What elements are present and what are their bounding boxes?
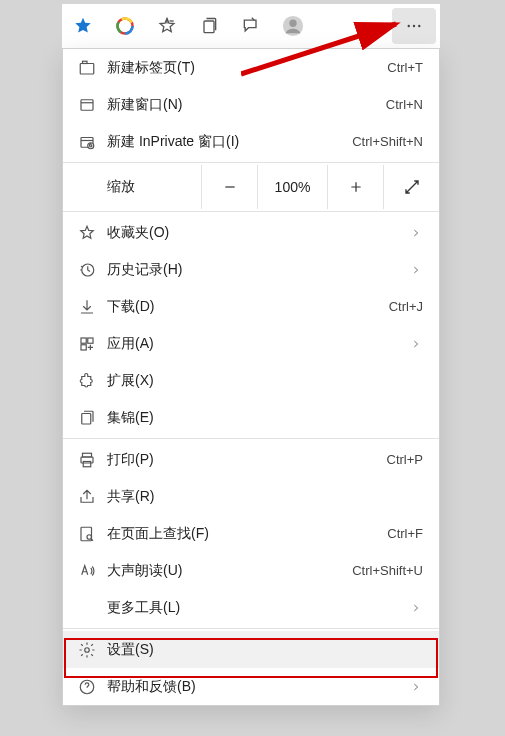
menu-read-aloud[interactable]: 大声朗读(U) Ctrl+Shift+U xyxy=(63,552,439,589)
new-window-icon xyxy=(73,96,101,114)
history-icon xyxy=(73,261,101,279)
menu-share[interactable]: 共享(R) xyxy=(63,478,439,515)
menu-collections-label: 集锦(E) xyxy=(101,409,423,427)
svg-point-8 xyxy=(413,25,415,27)
chevron-right-icon xyxy=(409,339,423,349)
menu-settings[interactable]: 设置(S) xyxy=(63,631,439,668)
app-menu: 新建标签页(T) Ctrl+T 新建窗口(N) Ctrl+N 新建 InPriv… xyxy=(62,48,440,706)
menu-print-hint: Ctrl+P xyxy=(387,452,423,467)
menu-extensions-label: 扩展(X) xyxy=(101,372,423,390)
menu-find-label: 在页面上查找(F) xyxy=(101,525,387,543)
menu-favorites-label: 收藏夹(O) xyxy=(101,224,409,242)
apps-icon xyxy=(73,335,101,353)
read-aloud-icon xyxy=(73,562,101,580)
favorites-icon[interactable] xyxy=(146,4,188,48)
menu-history-label: 历史记录(H) xyxy=(101,261,409,279)
menu-read-aloud-hint: Ctrl+Shift+U xyxy=(352,563,423,578)
svg-rect-18 xyxy=(81,344,86,349)
menu-find-hint: Ctrl+F xyxy=(387,526,423,541)
svg-point-25 xyxy=(85,647,90,652)
new-tab-icon xyxy=(73,59,101,77)
menu-downloads-hint: Ctrl+J xyxy=(389,299,423,314)
print-icon xyxy=(73,451,101,469)
menu-favorites[interactable]: 收藏夹(O) xyxy=(63,214,439,251)
download-icon xyxy=(73,298,101,316)
find-icon xyxy=(73,525,101,543)
svg-rect-12 xyxy=(81,99,93,110)
menu-extensions[interactable]: 扩展(X) xyxy=(63,362,439,399)
zoom-in-button[interactable] xyxy=(327,165,383,209)
svg-rect-11 xyxy=(83,61,88,63)
svg-point-9 xyxy=(418,25,420,27)
favorites-menu-icon xyxy=(73,224,101,242)
separator xyxy=(63,211,439,212)
svg-rect-10 xyxy=(80,63,94,74)
separator xyxy=(63,162,439,163)
help-icon xyxy=(73,678,101,696)
menu-history[interactable]: 历史记录(H) xyxy=(63,251,439,288)
menu-new-tab-label: 新建标签页(T) xyxy=(101,59,387,77)
menu-apps[interactable]: 应用(A) xyxy=(63,325,439,362)
zoom-value: 100% xyxy=(257,165,327,209)
settings-icon xyxy=(73,641,101,659)
menu-new-inprivate-hint: Ctrl+Shift+N xyxy=(352,134,423,149)
extensions-icon xyxy=(73,372,101,390)
more-icon xyxy=(405,17,423,35)
fullscreen-button[interactable] xyxy=(383,165,439,209)
svg-rect-16 xyxy=(81,338,86,343)
menu-collections[interactable]: 集锦(E) xyxy=(63,399,439,436)
feedback-icon[interactable] xyxy=(230,4,272,48)
svg-rect-22 xyxy=(83,461,91,466)
menu-help-label: 帮助和反馈(B) xyxy=(101,678,409,696)
svg-rect-19 xyxy=(82,413,91,424)
menu-downloads[interactable]: 下载(D) Ctrl+J xyxy=(63,288,439,325)
profile-icon[interactable] xyxy=(272,4,314,48)
share-icon xyxy=(73,488,101,506)
menu-new-inprivate-label: 新建 InPrivate 窗口(I) xyxy=(101,133,352,151)
zoom-row: 缩放 100% xyxy=(63,165,439,209)
separator xyxy=(63,438,439,439)
browser-toolbar xyxy=(62,4,440,48)
bookmark-star-icon[interactable] xyxy=(62,4,104,48)
svg-point-6 xyxy=(289,20,296,27)
svg-rect-17 xyxy=(88,338,93,343)
collections-icon[interactable] xyxy=(188,4,230,48)
menu-new-tab[interactable]: 新建标签页(T) Ctrl+T xyxy=(63,49,439,86)
collections-menu-icon xyxy=(73,409,101,427)
menu-new-window[interactable]: 新建窗口(N) Ctrl+N xyxy=(63,86,439,123)
more-button[interactable] xyxy=(392,8,436,44)
inprivate-icon xyxy=(73,133,101,151)
chevron-right-icon xyxy=(409,682,423,692)
zoom-label: 缩放 xyxy=(63,178,173,196)
menu-print[interactable]: 打印(P) Ctrl+P xyxy=(63,441,439,478)
menu-new-tab-hint: Ctrl+T xyxy=(387,60,423,75)
menu-help[interactable]: 帮助和反馈(B) xyxy=(63,668,439,705)
chevron-right-icon xyxy=(409,228,423,238)
menu-print-label: 打印(P) xyxy=(101,451,387,469)
color-circle-icon[interactable] xyxy=(104,4,146,48)
menu-downloads-label: 下载(D) xyxy=(101,298,389,316)
menu-more-tools-label: 更多工具(L) xyxy=(101,599,409,617)
zoom-out-button[interactable] xyxy=(201,165,257,209)
menu-new-window-label: 新建窗口(N) xyxy=(101,96,386,114)
separator xyxy=(63,628,439,629)
menu-find[interactable]: 在页面上查找(F) Ctrl+F xyxy=(63,515,439,552)
menu-share-label: 共享(R) xyxy=(101,488,423,506)
menu-new-window-hint: Ctrl+N xyxy=(386,97,423,112)
menu-new-inprivate[interactable]: 新建 InPrivate 窗口(I) Ctrl+Shift+N xyxy=(63,123,439,160)
menu-read-aloud-label: 大声朗读(U) xyxy=(101,562,352,580)
svg-rect-4 xyxy=(204,21,214,33)
menu-settings-label: 设置(S) xyxy=(101,641,423,659)
menu-more-tools[interactable]: 更多工具(L) xyxy=(63,589,439,626)
chevron-right-icon xyxy=(409,265,423,275)
menu-apps-label: 应用(A) xyxy=(101,335,409,353)
svg-point-7 xyxy=(408,25,410,27)
chevron-right-icon xyxy=(409,603,423,613)
svg-point-24 xyxy=(87,534,92,539)
